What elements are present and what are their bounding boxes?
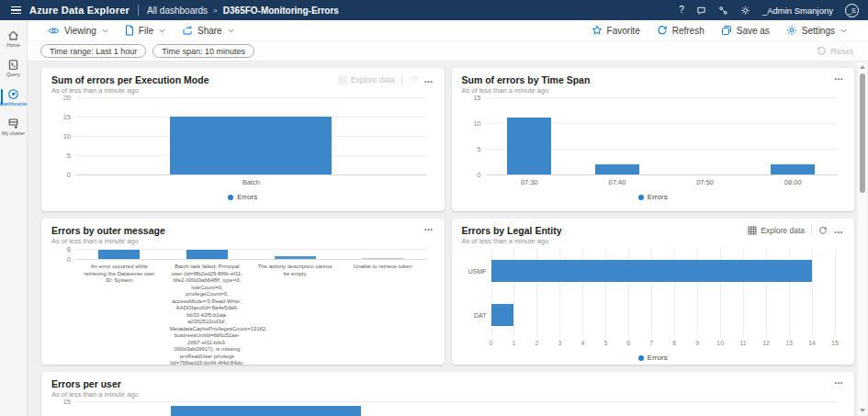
settings-label: Settings: [802, 26, 835, 36]
tile-menu-button[interactable]: …: [834, 74, 844, 80]
bar[interactable]: [507, 118, 551, 174]
save-as-label: Save as: [737, 26, 770, 36]
bar[interactable]: [186, 250, 228, 259]
sidebar-item-my-cluster[interactable]: My cluster: [0, 115, 27, 138]
gridline: [75, 97, 427, 98]
bar[interactable]: [771, 164, 815, 174]
x-axis-tick-label: 8: [672, 340, 676, 346]
viewing-dropdown[interactable]: Viewing: [39, 20, 117, 40]
x-axis-tick-label: 15: [831, 340, 839, 346]
time-range-pill[interactable]: Time range: Last 1 hour: [40, 44, 146, 58]
scrollbar-up-arrow-icon[interactable]: [860, 65, 865, 69]
explore-data-label: Explore data: [761, 226, 805, 235]
x-axis-tick-label: 9: [695, 340, 699, 346]
favorite-label: Favorite: [607, 26, 640, 36]
chart-legend[interactable]: Errors: [462, 354, 845, 362]
explore-data-button[interactable]: Explore data: [338, 75, 395, 84]
tile-actions: Explore data …: [338, 74, 434, 84]
tile-title: Errors by Legal Entity: [462, 225, 562, 236]
title-divider: [138, 5, 139, 16]
favorite-button[interactable]: Favorite: [583, 25, 648, 36]
y-axis-tick-label: 0: [462, 171, 481, 179]
explore-data-button[interactable]: Explore data: [748, 226, 805, 235]
connections-icon[interactable]: [718, 6, 728, 16]
share-label: Share: [197, 26, 222, 36]
x-axis-category-label: An error occurred while retrieving the D…: [75, 259, 163, 365]
plot-area: 051015: [486, 97, 838, 174]
bar[interactable]: [491, 304, 514, 326]
feedback-icon[interactable]: [696, 6, 706, 16]
bar[interactable]: [595, 164, 639, 174]
tile-title: Sum of errors by Time Span: [462, 74, 591, 85]
y-axis-tick-label: 8: [51, 245, 71, 253]
x-axis-tick-label: 14: [808, 340, 816, 346]
plot-area: 08: [75, 249, 427, 259]
legend-marker: [228, 195, 233, 200]
tile-menu-button[interactable]: …: [424, 225, 434, 230]
user-name[interactable]: _Admin Smanjony: [762, 6, 833, 16]
y-axis-tick-label: 5: [51, 152, 71, 160]
reset-icon: [817, 46, 827, 56]
bar[interactable]: [98, 250, 140, 259]
breadcrumb-all-dashboards[interactable]: All dashboards: [147, 6, 208, 16]
x-axis-category-label: Batch: [75, 174, 427, 186]
bar[interactable]: [170, 117, 332, 174]
sidebar-item-home[interactable]: Home: [0, 27, 27, 50]
tile-subtitle: As of less than a minute ago: [51, 86, 209, 95]
x-axis-category-label: Unable to retrieve token: [339, 259, 427, 365]
bar-chart-outer-message: 08 An error occurred while retrieving th…: [51, 249, 434, 365]
reset-label: Reset: [830, 46, 853, 56]
y-axis-category-label: DAT: [462, 312, 487, 319]
refresh-button[interactable]: Refresh: [648, 25, 713, 36]
table-icon: [338, 75, 347, 84]
settings-dropdown[interactable]: Settings: [778, 25, 855, 36]
explore-data-label: Explore data: [351, 75, 395, 84]
tile-menu-button[interactable]: …: [424, 77, 434, 83]
scrollbar-thumb[interactable]: [860, 73, 865, 193]
bar-chart-time-span: 051015 07:3007:4007:5008:00 Errors: [462, 97, 845, 201]
bar[interactable]: [275, 256, 316, 259]
bar[interactable]: [491, 260, 813, 282]
refresh-icon: [657, 25, 668, 36]
gridline: [486, 97, 838, 98]
time-span-pill[interactable]: Time span: 10 minutes: [152, 44, 254, 58]
horizontal-bar-chart-legal-entity: USMFDAT 0123456789101112131415 Errors: [462, 249, 845, 362]
y-axis-tick-label: 10: [51, 132, 71, 141]
y-axis-tick-label: 10: [462, 119, 481, 128]
chart-legend[interactable]: Errors: [51, 193, 434, 201]
scrollbar-down-arrow-icon[interactable]: [860, 409, 865, 412]
tile-actions: …: [834, 378, 844, 384]
x-axis-tick-label: 3: [558, 340, 561, 346]
sidebar-item-query[interactable]: Query: [0, 56, 27, 79]
y-axis-tick-label: 0: [51, 171, 71, 179]
file-icon: [125, 25, 134, 36]
save-as-button[interactable]: Save as: [713, 25, 778, 36]
reset-button[interactable]: Reset: [817, 46, 853, 56]
tile-menu-button[interactable]: …: [834, 228, 844, 233]
hamburger-menu-icon[interactable]: [11, 6, 21, 14]
sidebar-item-dashboards[interactable]: Dashboards: [0, 85, 27, 108]
y-axis-category-label: USMF: [462, 268, 487, 275]
tile-menu-button[interactable]: …: [834, 378, 844, 384]
bar[interactable]: [362, 258, 403, 259]
tile-refresh-icon[interactable]: [409, 75, 418, 84]
settings-gear-icon[interactable]: [740, 6, 750, 16]
avatar[interactable]: _S: [845, 4, 859, 17]
dashboards-icon: [7, 88, 19, 100]
gridline: [75, 401, 837, 402]
tile-actions: …: [424, 225, 434, 230]
bar[interactable]: [171, 406, 361, 416]
help-icon[interactable]: ?: [679, 6, 684, 15]
app-title[interactable]: Azure Data Explorer: [29, 5, 130, 16]
tile-errors-by-outer-message: Errors by outer message As of less than …: [41, 219, 445, 365]
chart-legend[interactable]: Errors: [462, 193, 845, 201]
x-axis-tick-label: 4: [581, 340, 584, 346]
share-dropdown[interactable]: Share: [174, 20, 242, 40]
file-dropdown[interactable]: File: [117, 20, 174, 40]
topbar-actions: ? _Admin Smanjony _S: [679, 4, 859, 17]
x-axis-labels: 07:3007:4007:5008:00: [486, 174, 838, 186]
tile-refresh-icon[interactable]: [818, 226, 828, 235]
vertical-scrollbar[interactable]: [858, 62, 867, 415]
x-axis-labels: 0123456789101112131415: [491, 337, 836, 347]
star-icon: [592, 25, 603, 36]
